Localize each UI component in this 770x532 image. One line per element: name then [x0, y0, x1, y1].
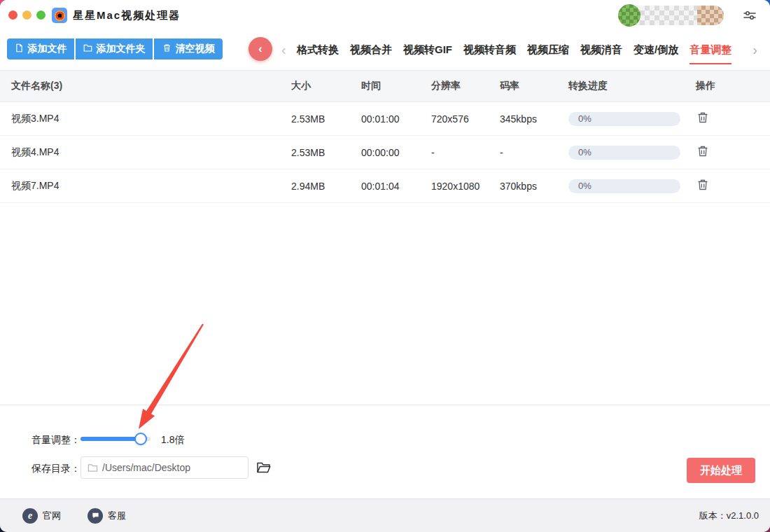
zoom-button[interactable] [36, 10, 46, 20]
cell-file-name: 视频7.MP4 [0, 180, 291, 192]
volume-value: 1.8倍 [161, 434, 184, 447]
cell-resolution: 720x576 [431, 113, 500, 125]
tab-bar: 格式转换 视频合并 视频转GIF 视频转音频 视频压缩 视频消音 变速/倒放 音… [297, 36, 732, 63]
customer-service-label: 客服 [108, 510, 126, 522]
app-window: 星星Mac视频处理器 [0, 0, 770, 532]
tabs-next-chevron-icon[interactable]: › [752, 36, 757, 63]
volume-label: 音量调整： [31, 434, 80, 447]
delete-row-button[interactable] [696, 145, 710, 159]
progress-bar: 0% [568, 179, 680, 193]
header-resolution: 分辨率 [431, 80, 500, 92]
delete-row-button[interactable] [696, 111, 710, 125]
panel-divider [0, 405, 770, 405]
user-avatar[interactable] [618, 4, 640, 27]
cell-resolution: 1920x1080 [431, 181, 500, 192]
tab-video-to-gif[interactable]: 视频转GIF [403, 36, 452, 63]
red-arrow-annotation [130, 318, 210, 434]
cell-bitrate: - [500, 147, 568, 158]
cell-bitrate: 345kbps [500, 113, 568, 125]
browse-folder-button[interactable] [256, 461, 272, 475]
cell-time: 00:01:04 [361, 181, 431, 192]
minimize-button[interactable] [22, 10, 31, 20]
header-progress: 转换进度 [568, 80, 696, 92]
volume-slider-fill [80, 437, 141, 441]
start-processing-button[interactable]: 开始处理 [687, 458, 755, 483]
header-bitrate: 码率 [500, 80, 568, 92]
save-dir-field [80, 456, 248, 479]
cell-file-name: 视频4.MP4 [0, 146, 291, 159]
cell-size: 2.53MB [291, 147, 361, 158]
header-action: 操作 [696, 80, 770, 92]
clear-videos-label: 清空视频 [176, 43, 215, 55]
volume-slider-thumb[interactable] [134, 433, 147, 445]
add-folder-label: 添加文件夹 [97, 43, 146, 55]
file-button-group: 添加文件 添加文件夹 清空视频 [7, 38, 223, 59]
file-icon [15, 43, 24, 55]
tab-video-mute[interactable]: 视频消音 [580, 36, 622, 63]
back-chevron-icon: ‹ [258, 43, 262, 55]
tab-video-compress[interactable]: 视频压缩 [527, 36, 569, 63]
official-site-link[interactable]: e 官网 [22, 508, 61, 524]
table-row[interactable]: 视频4.MP4 2.53MB 00:00:00 - - 0% [0, 136, 770, 169]
cell-time: 00:01:00 [361, 113, 431, 125]
add-file-label: 添加文件 [28, 43, 67, 55]
delete-row-button[interactable] [696, 178, 710, 192]
close-button[interactable] [8, 10, 18, 20]
table-row[interactable]: 视频7.MP4 2.94MB 00:01:04 1920x1080 370kbp… [0, 169, 770, 203]
table-row[interactable]: 视频3.MP4 2.53MB 00:01:00 720x576 345kbps … [0, 102, 770, 136]
app-title: 星星Mac视频处理器 [73, 9, 181, 22]
add-folder-button[interactable]: 添加文件夹 [76, 38, 153, 59]
censored-badge [697, 6, 724, 25]
header-time: 时间 [361, 80, 431, 92]
footer: e 官网 客服 版本：v2.1.0.0 [0, 498, 770, 532]
progress-bar: 0% [568, 112, 680, 126]
folder-icon [88, 463, 98, 473]
settings-sliders-icon[interactable] [742, 8, 757, 23]
cell-file-name: 视频3.MP4 [0, 113, 291, 125]
tab-video-merge[interactable]: 视频合并 [350, 36, 392, 63]
cell-resolution: - [431, 147, 500, 158]
progress-bar: 0% [568, 146, 680, 160]
table-header-row: 文件名称(3) 大小 时间 分辨率 码率 转换进度 操作 [0, 70, 770, 102]
clear-videos-button[interactable]: 清空视频 [154, 38, 223, 59]
cell-size: 2.53MB [291, 113, 361, 125]
tab-video-to-audio[interactable]: 视频转音频 [463, 36, 516, 63]
cell-bitrate: 370kbps [500, 181, 568, 192]
tabs-prev-chevron-icon[interactable]: ‹ [281, 36, 286, 63]
file-table: 文件名称(3) 大小 时间 分辨率 码率 转换进度 操作 视频3.MP4 2.5… [0, 70, 770, 203]
header-file-name: 文件名称(3) [0, 80, 291, 92]
actions-bar: 添加文件 添加文件夹 清空视频 ‹ [0, 36, 770, 64]
save-dir-label: 保存目录： [31, 463, 80, 475]
save-dir-input[interactable] [102, 457, 244, 478]
titlebar: 星星Mac视频处理器 [0, 0, 770, 31]
censored-username [640, 6, 697, 25]
chat-bubble-icon [88, 508, 103, 524]
tab-format-convert[interactable]: 格式转换 [297, 36, 339, 63]
official-site-label: 官网 [43, 510, 61, 522]
version-text: 版本：v2.1.0.0 [699, 510, 759, 522]
add-file-button[interactable]: 添加文件 [7, 38, 74, 59]
customer-service-link[interactable]: 客服 [88, 508, 126, 524]
cell-size: 2.94MB [291, 181, 361, 192]
header-size: 大小 [291, 80, 361, 92]
folder-icon [83, 43, 92, 55]
trash-icon [162, 43, 172, 55]
back-button[interactable]: ‹ [248, 37, 272, 61]
browser-e-icon: e [22, 508, 38, 524]
tab-speed-reverse[interactable]: 变速/倒放 [634, 36, 678, 63]
tab-volume-adjust[interactable]: 音量调整 [690, 36, 732, 63]
app-icon [52, 8, 67, 23]
cell-time: 00:00:00 [361, 147, 431, 158]
